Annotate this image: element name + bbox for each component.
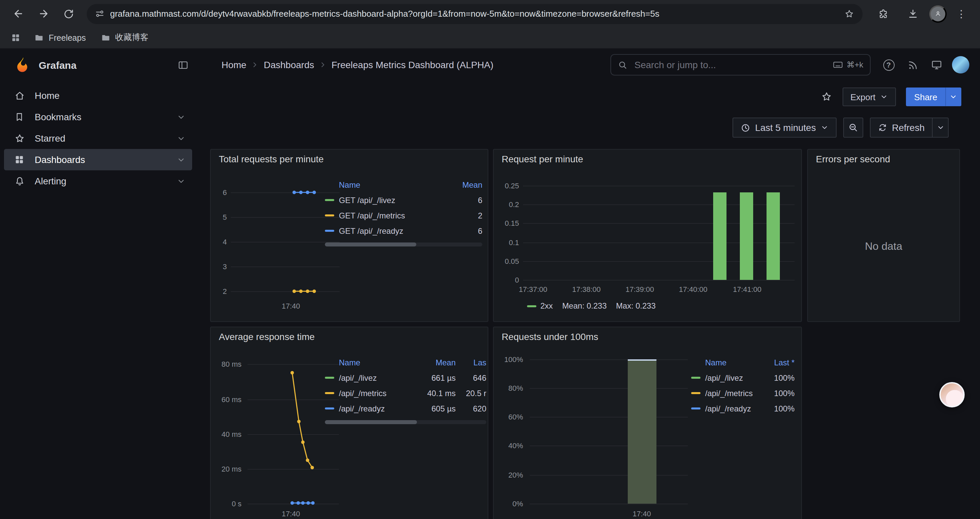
- refresh-button[interactable]: Refresh: [870, 118, 932, 137]
- downloads-icon[interactable]: [903, 4, 922, 23]
- export-button[interactable]: Export: [842, 88, 896, 106]
- table-scrollbar: [325, 243, 482, 246]
- series-row[interactable]: /api/_/metrics 40.1 ms 20.5 r: [325, 385, 486, 401]
- column-header-last[interactable]: Las: [456, 358, 486, 367]
- refresh-interval-caret[interactable]: [932, 118, 949, 137]
- series-row[interactable]: GET /api/_/livez 6: [325, 192, 482, 208]
- zoom-out-button[interactable]: [843, 118, 863, 137]
- panel-legend: 2xx Mean: 0.233 Max: 0.233: [527, 301, 656, 311]
- scrollbar-thumb[interactable]: [325, 243, 416, 246]
- chevron-down-icon[interactable]: [177, 134, 185, 143]
- time-range-picker[interactable]: Last 5 minutes: [732, 118, 837, 137]
- column-header-name[interactable]: Name: [691, 358, 761, 367]
- gridline: [530, 417, 688, 417]
- chevron-down-icon[interactable]: [177, 177, 185, 185]
- bookmark-label: Freeleaps: [49, 33, 86, 42]
- folder-icon: [100, 33, 110, 43]
- gridline: [530, 359, 688, 360]
- bar-2xx[interactable]: [740, 192, 753, 280]
- panel-title[interactable]: Request per minute: [502, 153, 583, 164]
- clock-icon: [740, 123, 751, 133]
- grafana-logo[interactable]: [14, 56, 31, 73]
- grafana-app: Grafana Home Dashboards Freeleaps Metric…: [0, 49, 980, 519]
- series-row[interactable]: GET /api/_/metrics 2: [325, 208, 482, 223]
- bar-2xx[interactable]: [713, 192, 727, 280]
- bookmark-star-icon[interactable]: [844, 8, 854, 19]
- news-rss-icon[interactable]: [904, 56, 921, 73]
- panel-title[interactable]: Errors per second: [816, 153, 890, 164]
- bar-under-100ms[interactable]: [628, 359, 657, 504]
- search-input[interactable]: [633, 59, 827, 71]
- plot-area[interactable]: [231, 187, 340, 297]
- chevron-down-icon[interactable]: [177, 113, 185, 121]
- sidebar-item-bookmarks[interactable]: Bookmarks: [4, 106, 192, 128]
- y-tick-label: 20%: [494, 470, 523, 480]
- x-tick-label: 17:37:00: [513, 284, 553, 294]
- back-button[interactable]: [9, 4, 27, 23]
- sidebar-item-alerting[interactable]: Alerting: [4, 170, 192, 192]
- extensions-icon[interactable]: [874, 4, 892, 23]
- panel-title[interactable]: Total requests per minute: [219, 153, 323, 164]
- breadcrumb-dashboards[interactable]: Dashboards: [264, 59, 314, 70]
- series-table: Name Mean GET /api/_/livez 6 GET /api/_/…: [325, 178, 482, 246]
- series-row[interactable]: /api/_/livez 661 µs 646: [325, 370, 486, 385]
- site-settings-icon[interactable]: [95, 9, 105, 19]
- url-bar[interactable]: grafana.mathmast.com/d/deytv4rwavabkb/fr…: [87, 4, 862, 24]
- series-row[interactable]: /api/_/livez 100%: [691, 370, 795, 385]
- breadcrumb-home[interactable]: Home: [221, 59, 247, 70]
- scrollbar-thumb[interactable]: [325, 420, 417, 424]
- search-box[interactable]: ⌘+k: [611, 54, 870, 75]
- toolbar-right: ⋮: [870, 4, 975, 23]
- dashboard-actions-row: Export Share: [199, 81, 980, 113]
- column-header-last[interactable]: Last *: [761, 358, 795, 367]
- apps-grid-icon[interactable]: [7, 31, 25, 45]
- browser-menu-icon[interactable]: ⋮: [954, 4, 969, 23]
- kebab-glyph: ⋮: [955, 4, 967, 23]
- bell-icon: [13, 175, 25, 187]
- panel-title[interactable]: Requests under 100ms: [502, 331, 598, 342]
- assistant-avatar[interactable]: [939, 382, 965, 407]
- legend-item-2xx[interactable]: 2xx: [527, 301, 553, 311]
- bookmark-label: 收藏博客: [115, 32, 148, 43]
- kiosk-monitor-icon[interactable]: [928, 56, 945, 73]
- favorite-star-icon[interactable]: [820, 91, 832, 103]
- sidebar: Home Bookmarks Starred Dashboards: [0, 81, 199, 519]
- user-avatar[interactable]: [952, 56, 969, 73]
- help-icon[interactable]: ?: [880, 56, 897, 73]
- forward-button[interactable]: [34, 4, 53, 23]
- column-header-name[interactable]: Name: [325, 358, 417, 367]
- browser-profile-avatar[interactable]: [929, 5, 947, 22]
- x-tick-label: 17:40: [271, 301, 311, 311]
- sidebar-item-dashboards[interactable]: Dashboards: [4, 149, 192, 170]
- bookmark-folder-blogs[interactable]: 收藏博客: [95, 30, 154, 45]
- y-tick-label: 6: [211, 188, 227, 197]
- series-color-marker: [325, 407, 334, 409]
- share-menu-caret[interactable]: [945, 88, 961, 106]
- sidebar-item-home[interactable]: Home: [4, 85, 192, 106]
- sidebar-item-starred[interactable]: Starred: [4, 128, 192, 149]
- series-row[interactable]: /api/_/readyz 100%: [691, 401, 795, 416]
- gridline: [530, 446, 688, 446]
- gridline: [523, 204, 795, 205]
- series-row[interactable]: /api/_/readyz 605 µs 620: [325, 401, 486, 416]
- column-header-mean[interactable]: Mean: [448, 180, 482, 190]
- no-data-message: No data: [808, 241, 959, 252]
- bookmark-folder-freeleaps[interactable]: Freeleaps: [29, 31, 91, 45]
- bar-2xx[interactable]: [767, 192, 780, 280]
- panel-requests-under-100ms: Requests under 100ms 100% 80% 60% 40% 20…: [493, 327, 802, 519]
- column-header-mean[interactable]: Mean: [417, 358, 456, 367]
- grafana-header: Grafana Home Dashboards Freeleaps Metric…: [0, 49, 980, 81]
- dock-menu-icon[interactable]: [175, 57, 191, 73]
- gridline: [523, 280, 795, 281]
- chevron-down-icon[interactable]: [177, 155, 185, 164]
- refresh-icon: [878, 123, 887, 132]
- series-color-marker: [325, 214, 334, 216]
- column-header-name[interactable]: Name: [325, 180, 448, 190]
- series-row[interactable]: GET /api/_/readyz 6: [325, 223, 482, 238]
- series-color-marker: [527, 305, 536, 307]
- panel-title[interactable]: Average response time: [219, 331, 315, 342]
- series-color-marker: [691, 377, 700, 379]
- series-row[interactable]: /api/_/metrics 100%: [691, 385, 795, 401]
- reload-button[interactable]: [59, 4, 78, 23]
- share-button[interactable]: Share: [906, 88, 945, 106]
